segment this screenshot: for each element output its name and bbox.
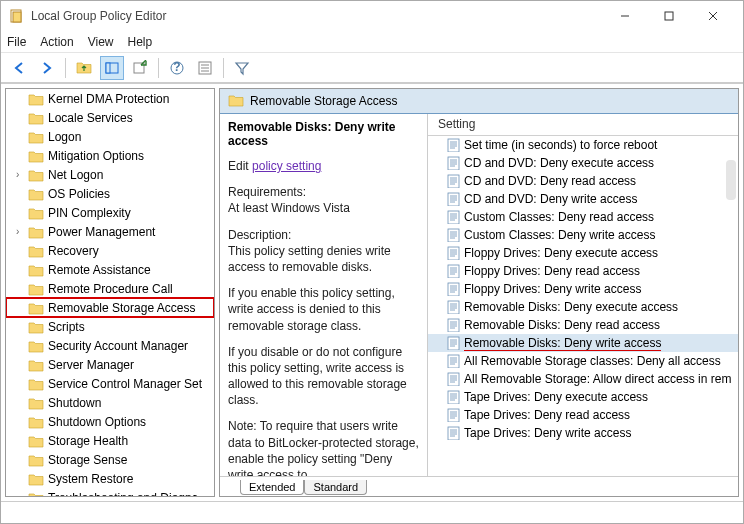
tree-item[interactable]: System Restore — [6, 469, 214, 488]
policy-icon — [446, 318, 460, 332]
policy-icon — [446, 426, 460, 440]
tree-item[interactable]: Storage Sense — [6, 450, 214, 469]
setting-item[interactable]: Removable Disks: Deny read access — [428, 316, 738, 334]
tree-item[interactable]: Remote Assistance — [6, 260, 214, 279]
settings-list-pane: Setting Set time (in seconds) to force r… — [428, 114, 738, 476]
setting-item[interactable]: CD and DVD: Deny write access — [428, 190, 738, 208]
tree-item[interactable]: Kernel DMA Protection — [6, 89, 214, 108]
folder-icon — [28, 491, 44, 498]
breadcrumb-label: Removable Storage Access — [250, 94, 397, 108]
setting-label: Custom Classes: Deny read access — [464, 210, 654, 224]
forward-button[interactable] — [35, 56, 59, 80]
setting-label: Set time (in seconds) to force reboot — [464, 138, 657, 152]
policy-icon — [446, 210, 460, 224]
setting-item[interactable]: Tape Drives: Deny read access — [428, 406, 738, 424]
tree-item[interactable]: Removable Storage Access — [6, 298, 214, 317]
folder-icon — [28, 111, 44, 125]
tree-item-label: Security Account Manager — [48, 339, 188, 353]
filter-button[interactable] — [230, 56, 254, 80]
tree-item[interactable]: PIN Complexity — [6, 203, 214, 222]
properties-button[interactable] — [193, 56, 217, 80]
setting-item[interactable]: Custom Classes: Deny read access — [428, 208, 738, 226]
close-button[interactable] — [691, 2, 735, 30]
setting-item[interactable]: Floppy Drives: Deny execute access — [428, 244, 738, 262]
policy-icon — [446, 246, 460, 260]
tree-item[interactable]: Storage Health — [6, 431, 214, 450]
menu-file[interactable]: File — [7, 35, 26, 49]
policy-icon — [446, 372, 460, 386]
setting-label: Custom Classes: Deny write access — [464, 228, 655, 242]
setting-item[interactable]: Tape Drives: Deny execute access — [428, 388, 738, 406]
tree-item[interactable]: Remote Procedure Call — [6, 279, 214, 298]
tree-item[interactable]: Server Manager — [6, 355, 214, 374]
settings-list[interactable]: Set time (in seconds) to force rebootCD … — [428, 136, 738, 476]
folder-icon — [28, 415, 44, 429]
tree-item[interactable]: Service Control Manager Set — [6, 374, 214, 393]
setting-item[interactable]: Floppy Drives: Deny read access — [428, 262, 738, 280]
setting-label: Tape Drives: Deny execute access — [464, 390, 648, 404]
minimize-button[interactable] — [603, 2, 647, 30]
tree-item[interactable]: Mitigation Options — [6, 146, 214, 165]
tree-item-label: Shutdown — [48, 396, 101, 410]
setting-item[interactable]: All Removable Storage classes: Deny all … — [428, 352, 738, 370]
description-pane: Removable Disks: Deny write access Edit … — [220, 114, 428, 476]
tree-item[interactable]: Security Account Manager — [6, 336, 214, 355]
menu-action[interactable]: Action — [40, 35, 73, 49]
tree-item-label: Recovery — [48, 244, 99, 258]
setting-item[interactable]: Tape Drives: Deny write access — [428, 424, 738, 442]
policy-icon — [446, 228, 460, 242]
folder-icon — [28, 149, 44, 163]
menu-help[interactable]: Help — [128, 35, 153, 49]
folder-icon — [28, 206, 44, 220]
tree-item[interactable]: OS Policies — [6, 184, 214, 203]
setting-item[interactable]: CD and DVD: Deny read access — [428, 172, 738, 190]
tree-pane[interactable]: Kernel DMA ProtectionLocale ServicesLogo… — [5, 88, 215, 497]
tree-item[interactable]: Locale Services — [6, 108, 214, 127]
tree-item[interactable]: Troubleshooting and Diagnc — [6, 488, 214, 497]
tree-item-label: System Restore — [48, 472, 133, 486]
folder-icon — [28, 396, 44, 410]
view-tabs: Extended Standard — [220, 476, 738, 496]
tree-item-label: Remote Assistance — [48, 263, 151, 277]
setting-item[interactable]: Removable Disks: Deny write access — [428, 334, 738, 352]
settings-column-header[interactable]: Setting — [428, 114, 738, 136]
setting-item[interactable]: Set time (in seconds) to force reboot — [428, 136, 738, 154]
back-button[interactable] — [7, 56, 31, 80]
export-button[interactable] — [128, 56, 152, 80]
maximize-button[interactable] — [647, 2, 691, 30]
tab-standard[interactable]: Standard — [304, 480, 367, 495]
show-hide-tree-button[interactable] — [100, 56, 124, 80]
menu-view[interactable]: View — [88, 35, 114, 49]
folder-icon — [28, 244, 44, 258]
edit-policy-link[interactable]: policy setting — [252, 159, 321, 173]
setting-item[interactable]: All Removable Storage: Allow direct acce… — [428, 370, 738, 388]
policy-icon — [446, 390, 460, 404]
setting-item[interactable]: CD and DVD: Deny execute access — [428, 154, 738, 172]
folder-icon — [28, 168, 44, 182]
help-button[interactable]: ? — [165, 56, 189, 80]
tree-item-label: Troubleshooting and Diagnc — [48, 491, 198, 498]
tree-item-label: Storage Sense — [48, 453, 127, 467]
setting-item[interactable]: Removable Disks: Deny execute access — [428, 298, 738, 316]
policy-icon — [446, 354, 460, 368]
tree-item-label: Power Management — [48, 225, 155, 239]
setting-item[interactable]: Custom Classes: Deny write access — [428, 226, 738, 244]
svg-rect-6 — [13, 12, 21, 22]
scrollbar[interactable] — [726, 160, 736, 200]
tree-item[interactable]: ›Power Management — [6, 222, 214, 241]
setting-item[interactable]: Floppy Drives: Deny write access — [428, 280, 738, 298]
tree-item[interactable]: Scripts — [6, 317, 214, 336]
tree-item[interactable]: ›Net Logon — [6, 165, 214, 184]
setting-label: Removable Disks: Deny write access — [464, 336, 661, 351]
tree-item[interactable]: Shutdown Options — [6, 412, 214, 431]
setting-label: Floppy Drives: Deny execute access — [464, 246, 658, 260]
tab-extended[interactable]: Extended — [240, 480, 304, 495]
svg-rect-12 — [106, 63, 110, 73]
tree-item[interactable]: Shutdown — [6, 393, 214, 412]
tree-item[interactable]: Recovery — [6, 241, 214, 260]
tree-item-label: Kernel DMA Protection — [48, 92, 169, 106]
up-button[interactable] — [72, 56, 96, 80]
tree-item[interactable]: Logon — [6, 127, 214, 146]
toolbar: ? — [1, 53, 743, 83]
policy-icon — [446, 282, 460, 296]
